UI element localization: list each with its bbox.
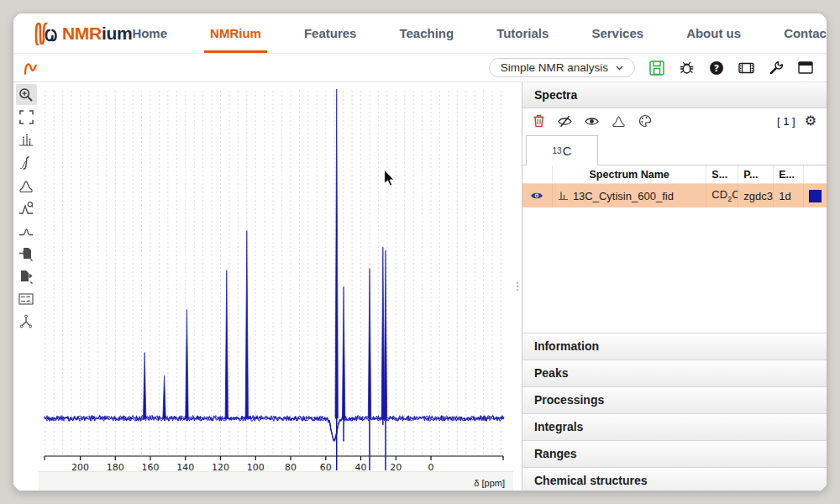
visible-eye-icon: [530, 191, 543, 201]
eye-off-icon: [558, 115, 572, 128]
header-spectrum-name: Spectrum Name: [553, 165, 706, 183]
nav-item-about-us[interactable]: About us: [686, 13, 741, 53]
panel-processings[interactable]: Processings: [522, 386, 827, 413]
export-as-tool[interactable]: [16, 265, 37, 286]
row-solvent-cell: CD2C: [706, 184, 738, 207]
integral-icon: [18, 155, 34, 171]
row-name-cell[interactable]: 13C_Cytisin_600_fid: [553, 184, 706, 207]
header-color-column: [804, 165, 827, 183]
spectra-panel-header[interactable]: Spectra: [522, 82, 827, 108]
nav-item-services[interactable]: Services: [591, 13, 643, 53]
header-experiment: E...: [774, 165, 804, 183]
panel-peaks[interactable]: Peaks: [522, 360, 827, 386]
range-picking-tool[interactable]: [16, 175, 37, 196]
delete-all-button[interactable]: [533, 114, 545, 128]
export-as-icon: [18, 269, 34, 284]
integral-tool[interactable]: [16, 152, 37, 173]
svg-text:180: 180: [107, 462, 124, 471]
desktop-background: NMRium Home NMRium Features Teaching Tut…: [0, 0, 840, 504]
row-visibility-cell[interactable]: [522, 184, 553, 207]
left-tool-strip: [13, 82, 39, 491]
nav-item-nmrium[interactable]: NMRium: [210, 13, 261, 53]
spectrum-row[interactable]: 13C_Cytisin_600_fid CD2C zgdc3 1d: [522, 184, 827, 207]
spectrum-plot[interactable]: 200180160140120100806040200: [39, 82, 513, 471]
svg-text:100: 100: [247, 462, 265, 471]
help-icon: ?: [709, 60, 724, 76]
gear-icon[interactable]: ⚙: [805, 114, 816, 128]
general-tools-button[interactable]: [769, 60, 784, 76]
svg-text:40: 40: [355, 462, 367, 471]
multiple-spectra-analysis-icon: [18, 201, 34, 216]
spectrum-chart-area[interactable]: 200180160140120100806040200 δ [ppm]: [39, 82, 513, 491]
eye-icon: [585, 116, 599, 127]
window-layout-button[interactable]: [798, 60, 813, 75]
workspace-selector[interactable]: Simple NMR analysis: [489, 58, 635, 77]
site-navbar: NMRium Home NMRium Features Teaching Tut…: [13, 13, 827, 54]
nucleus-tabbar: 13C: [522, 134, 827, 165]
import-icon: [18, 246, 34, 261]
exclusion-zones-tool[interactable]: [16, 311, 37, 332]
app-toolbar-right: Simple NMR analysis: [489, 58, 813, 77]
spectrum-color-swatch[interactable]: [809, 190, 822, 202]
svg-text:0: 0: [428, 462, 434, 471]
show-all-button[interactable]: [585, 116, 599, 127]
peak-picking-tool[interactable]: [16, 129, 37, 150]
workspace-label: Simple NMR analysis: [501, 61, 608, 74]
panel-splitter[interactable]: ⋮: [513, 82, 522, 491]
help-button[interactable]: ?: [709, 60, 724, 76]
header-solvent: S...: [706, 165, 738, 183]
nmrium-mini-logo-icon[interactable]: [24, 60, 40, 76]
hide-all-button[interactable]: [558, 115, 572, 128]
nmrium-logo[interactable]: NMRium: [34, 19, 132, 48]
mouse-cursor: [385, 170, 395, 186]
nav-item-contact-us[interactable]: Contact us: [784, 13, 827, 53]
multiple-spectra-analysis-tool[interactable]: [16, 197, 37, 218]
panels-accordion: Information Peaks Processings Integrals …: [522, 333, 827, 491]
nmrium-logo-icon: [34, 19, 59, 48]
video-tutorials-icon: [738, 60, 754, 76]
main-area: 200180160140120100806040200 δ [ppm] ⋮ Sp…: [13, 82, 827, 491]
bug-report-icon: [679, 60, 695, 76]
panel-ranges[interactable]: Ranges: [522, 440, 827, 467]
nucleus-symbol: C: [563, 144, 572, 158]
chevron-down-icon: [616, 66, 623, 71]
save-icon: [649, 60, 664, 76]
nav-item-home[interactable]: Home: [132, 13, 167, 53]
nav-item-tutorials[interactable]: Tutorials: [496, 13, 549, 53]
import-tool[interactable]: [16, 243, 37, 264]
row-pulse-cell: zgdc3: [738, 184, 774, 207]
spectra-toolbar: [ 1 ] ⚙: [522, 108, 827, 134]
panel-integrals[interactable]: Integrals: [522, 413, 827, 440]
browser-window: NMRium Home NMRium Features Teaching Tut…: [13, 13, 827, 491]
rescale-spectra-button[interactable]: [612, 114, 626, 128]
zoom-in-tool[interactable]: [16, 84, 37, 105]
svg-text:60: 60: [320, 462, 332, 471]
video-tutorials-button[interactable]: [738, 60, 754, 76]
full-zoom-out-tool[interactable]: [16, 107, 37, 128]
bug-report-button[interactable]: [679, 60, 695, 76]
apodization-icon: [18, 223, 34, 239]
recolor-spectra-button[interactable]: [638, 114, 652, 128]
svg-text:120: 120: [212, 462, 229, 471]
header-pulse: P...: [738, 165, 774, 183]
window-layout-icon: [798, 60, 813, 75]
save-button[interactable]: [649, 60, 664, 76]
row-experiment-cell: 1d: [774, 184, 804, 207]
svg-text:160: 160: [142, 462, 160, 471]
apodization-tool[interactable]: [16, 220, 37, 241]
nav-item-features[interactable]: Features: [304, 13, 357, 53]
panel-information[interactable]: Information: [522, 333, 827, 360]
panel-chemical-structures[interactable]: Chemical structures: [522, 467, 827, 491]
chart-footer: δ [ppm]: [39, 471, 513, 491]
nav-item-teaching[interactable]: Teaching: [399, 13, 454, 53]
brand-wordmark: NMRium: [62, 24, 132, 44]
spectra-count-badge[interactable]: [ 1 ]: [777, 115, 795, 128]
app-toolbar: Simple NMR analysis: [13, 54, 827, 82]
tab-13c[interactable]: 13C: [526, 135, 598, 165]
svg-text:200: 200: [71, 462, 89, 471]
svg-text:140: 140: [176, 462, 194, 471]
nucleus-mass-number: 13: [553, 146, 562, 155]
right-panel: Spectra: [522, 82, 827, 491]
palette-icon: [638, 114, 652, 128]
spectra-automatic-analysis-tool[interactable]: [16, 288, 37, 309]
